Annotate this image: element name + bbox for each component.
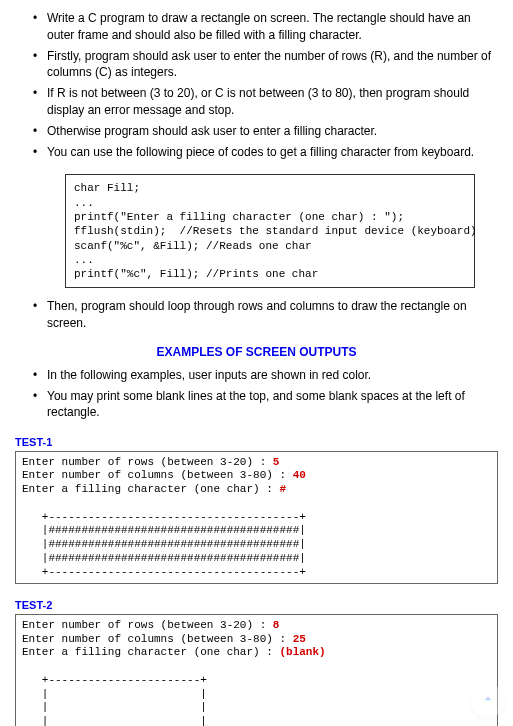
test2-output: +-----------------------+ | | | | | | | … xyxy=(22,674,207,726)
bullet-item: Then, program should loop through rows a… xyxy=(33,298,498,332)
test2-rows-prompt: Enter number of rows (between 3-20) : xyxy=(22,619,273,631)
test2-cols-input: 25 xyxy=(293,633,306,645)
test1-box: Enter number of rows (between 3-20) : 5 … xyxy=(15,451,498,585)
bullet-item: If R is not between (3 to 20), or C is n… xyxy=(33,85,498,119)
test2-box: Enter number of rows (between 3-20) : 8 … xyxy=(15,614,498,726)
test1-rows-prompt: Enter number of rows (between 3-20) : xyxy=(22,456,273,468)
bullet-item: You can use the following piece of codes… xyxy=(33,144,498,161)
examples-header: EXAMPLES OF SCREEN OUTPUTS xyxy=(15,344,498,361)
bullets-mid: Then, program should loop through rows a… xyxy=(15,298,498,332)
test1-rows-input: 5 xyxy=(273,456,280,468)
test1-label: TEST-1 xyxy=(15,435,498,450)
bullets-examples: In the following examples, user inputs a… xyxy=(15,367,498,421)
code-block: char Fill; ... printf("Enter a filling c… xyxy=(65,174,475,288)
test2-label: TEST-2 xyxy=(15,598,498,613)
chevron-up-icon xyxy=(481,692,495,711)
test1-cols-prompt: Enter number of columns (between 3-80) : xyxy=(22,469,293,481)
test2-cols-prompt: Enter number of columns (between 3-80) : xyxy=(22,633,293,645)
test1-cols-input: 40 xyxy=(293,469,306,481)
test2-rows-input: 8 xyxy=(273,619,280,631)
bullet-item: Otherwise program should ask user to ent… xyxy=(33,123,498,140)
scroll-top-button[interactable] xyxy=(471,684,505,718)
test1-fill-prompt: Enter a filling character (one char) : xyxy=(22,483,279,495)
test1-fill-input: # xyxy=(279,483,286,495)
bullet-item: You may print some blank lines at the to… xyxy=(33,388,498,422)
bullet-item: Write a C program to draw a rectangle on… xyxy=(33,10,498,44)
bullet-item: In the following examples, user inputs a… xyxy=(33,367,498,384)
test2-fill-prompt: Enter a filling character (one char) : xyxy=(22,646,279,658)
test1-output: +--------------------------------------+… xyxy=(22,511,306,578)
test2-fill-input: (blank) xyxy=(279,646,325,658)
bullets-top: Write a C program to draw a rectangle on… xyxy=(15,10,498,160)
bullet-item: Firstly, program should ask user to ente… xyxy=(33,48,498,82)
